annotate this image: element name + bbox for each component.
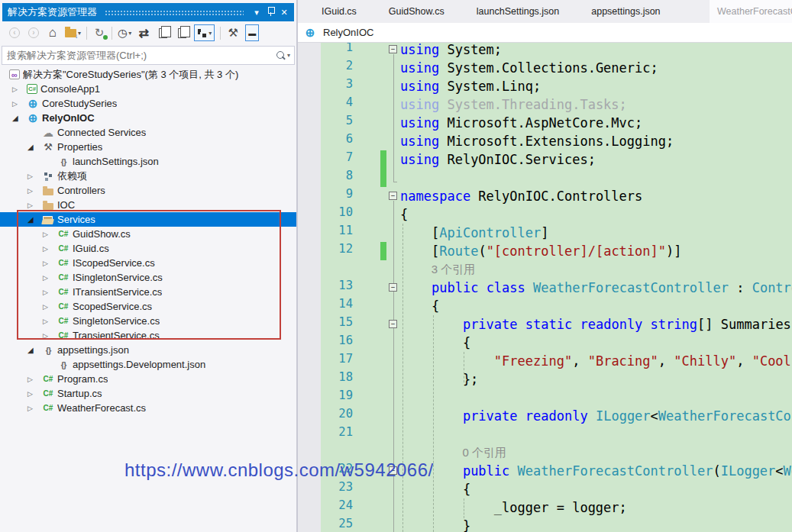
tree-item-ISingletonService.cs[interactable]: ▷C#ISingletonService.cs [0,270,296,285]
window-position-dropdown-icon[interactable]: ▾ [250,5,263,19]
tree-item-Services[interactable]: ◢Services [0,212,296,227]
expander-icon[interactable]: ▷ [26,376,42,383]
expander-icon[interactable]: ▷ [41,332,57,340]
tree-item-CoreStudySeries[interactable]: ▷⊕CoreStudySeries [0,96,296,111]
fold-toggle-icon[interactable]: − [389,320,397,328]
expander-icon[interactable]: ▷ [11,100,27,108]
copy-all-documents-button[interactable] [175,25,189,40]
tab-appsettings.json[interactable]: appsettings.json [575,0,676,23]
tree-item-IGuid.cs[interactable]: ▷C#IGuid.cs [0,241,296,256]
line-number: 21 [321,425,353,439]
expander-icon[interactable]: ◢ [26,215,42,224]
tree-item-Startup.cs[interactable]: ▷C#Startup.cs [0,386,296,401]
fold-toggle-icon[interactable]: − [389,283,397,292]
outline-guide-foot [393,182,397,182]
code-line-3: 3using System.Linq; [298,77,792,95]
codelens-references-label[interactable]: 0 个引用 [463,443,507,462]
code-line-5: 5using Microsoft.AspNetCore.Mvc; [298,114,792,132]
tree-item-launchSettings.json[interactable]: {}launchSettings.json [0,154,296,169]
expander-icon[interactable]: ◢ [26,346,42,354]
code-line-15: 15− private static readonly string[] Sum… [298,315,792,334]
properties-button[interactable] [226,25,240,40]
fold-toggle-icon[interactable]: − [389,192,397,200]
tree-item-IScopedService.cs[interactable]: ▷C#IScopedService.cs [0,256,296,270]
tab-WeatherForecastController.cs[interactable]: WeatherForecastController.cs [710,0,792,23]
navbar-project-label: RelyOnIOC [323,27,373,38]
search-options-chevron-icon[interactable]: ▾ [287,52,290,59]
navigation-bar[interactable]: ⊕ RelyOnIOC [298,23,792,43]
pin-icon[interactable] [263,5,277,19]
tree-item-Properties[interactable]: ◢⚒Properties [0,140,296,154]
folder-icon [42,185,54,197]
expander-icon[interactable]: ▷ [41,289,57,296]
tab-GuidShow.cs[interactable]: GuidShow.cs [373,0,461,23]
code-text: [Route("[controller]/[action]")] [400,242,682,260]
tree-item-SingletonService.cs[interactable]: ▷C#SingletonService.cs [0,314,296,328]
close-icon[interactable]: ✕ [277,5,291,19]
expander-icon[interactable]: ▷ [26,172,42,180]
tree-item-解决方案-CoreStudySeries-第-3-个项目-共-3-个-[interactable]: ∞解决方案"CoreStudySeries"(第 3 个项目, 共 3 个) [0,67,296,82]
code-line-9: 9−namespace RelyOnIOC.Controllers [298,187,792,205]
tree-item-Program.cs[interactable]: ▷C#Program.cs [0,372,296,386]
code-text: public WeatherForecastController(ILogger… [400,462,792,480]
expander-icon[interactable]: ▷ [26,202,42,209]
search-icon[interactable] [276,51,285,60]
json-icon: {} [57,359,70,371]
indent-guide [464,352,464,382]
expander-icon[interactable]: ▷ [41,274,57,282]
sync-with-active-document-button[interactable] [137,25,150,40]
switch-views-button[interactable]: ▾ [65,25,81,40]
tree-item-TransientService.cs[interactable]: ▷C#TransientService.cs [0,328,296,343]
documents-copy-icon [178,28,186,38]
webproj-icon: ⊕ [27,112,39,124]
preview-selected-items-toggle[interactable] [245,24,259,41]
pending-changes-filter-button[interactable]: ▾ [118,25,131,40]
fold-toggle-icon[interactable]: − [389,45,397,53]
editor-pane: IGuid.csGuidShow.cslaunchSettings.jsonap… [298,0,792,532]
tree-item-label: appsettings.Development.json [73,359,205,370]
home-button[interactable] [46,25,60,40]
tree-item-label: ITransientService.cs [73,286,162,298]
tab-launchSettings.json[interactable]: launchSettings.json [461,0,575,23]
expander-icon[interactable]: ▷ [26,405,42,412]
expander-icon[interactable]: ◢ [11,114,27,122]
tree-item-IOC[interactable]: ▷IOC [0,198,296,212]
search-input[interactable] [2,50,276,61]
expander-icon[interactable]: ▷ [41,303,57,311]
expander-icon[interactable]: ▷ [41,245,57,253]
back-button[interactable]: ‹ [8,25,21,40]
copy-document-button[interactable] [156,25,170,40]
line-number: 6 [321,132,353,146]
tree-item-label: RelyOnIOC [42,112,95,124]
tree-item-Connected-Services[interactable]: ☁Connected Services [0,125,296,140]
expander-icon[interactable]: ▷ [26,390,42,398]
expander-icon[interactable]: ▷ [41,318,57,325]
codelens-references-label[interactable]: 3 个引用 [432,260,476,279]
titlebar-grip[interactable] [105,10,244,17]
expander-icon[interactable]: ◢ [26,143,42,151]
tree-item-appsettings.json[interactable]: ◢{}appsettings.json [0,343,296,357]
sync-selection-toggle[interactable]: ▾ [194,24,215,41]
tree-item-Controllers[interactable]: ▷Controllers [0,183,296,198]
tree-item-appsettings.Development.json[interactable]: {}appsettings.Development.json [0,357,296,372]
tree-item-ConsoleApp1[interactable]: ▷C#ConsoleApp1 [0,82,296,96]
tree-item-依赖项[interactable]: ▷依赖项 [0,169,296,183]
fold-toggle-icon[interactable]: − [389,466,397,475]
expander-icon[interactable]: ▷ [41,260,57,267]
code-editor[interactable]: 1−using System;2using System.Collections… [298,43,792,532]
code-line-25: 25 } [298,517,792,532]
expander-icon[interactable]: ▷ [41,231,57,238]
code-line-24: 24 _logger = logger; [298,498,792,517]
expander-icon[interactable]: ▷ [26,187,42,195]
tree-item-ITransientService.cs[interactable]: ▷C#ITransientService.cs [0,285,296,299]
forward-button[interactable]: › [27,25,40,40]
tool-window-titlebar[interactable]: 解决方案资源管理器 ▾ ✕ [2,3,294,21]
expander-icon[interactable]: ▷ [11,85,27,93]
tab-IGuid.cs[interactable]: IGuid.cs [305,0,373,23]
tree-item-ScopedService.cs[interactable]: ▷C#ScopedService.cs [0,299,296,314]
json-icon: {} [57,156,70,168]
refresh-button[interactable] [92,25,106,40]
tree-item-GuidShow.cs[interactable]: ▷C#GuidShow.cs [0,227,296,241]
tree-item-RelyOnIOC[interactable]: ◢⊕RelyOnIOC [0,111,296,125]
tree-item-WeatherForecast.cs[interactable]: ▷C#WeatherForecast.cs [0,401,296,415]
